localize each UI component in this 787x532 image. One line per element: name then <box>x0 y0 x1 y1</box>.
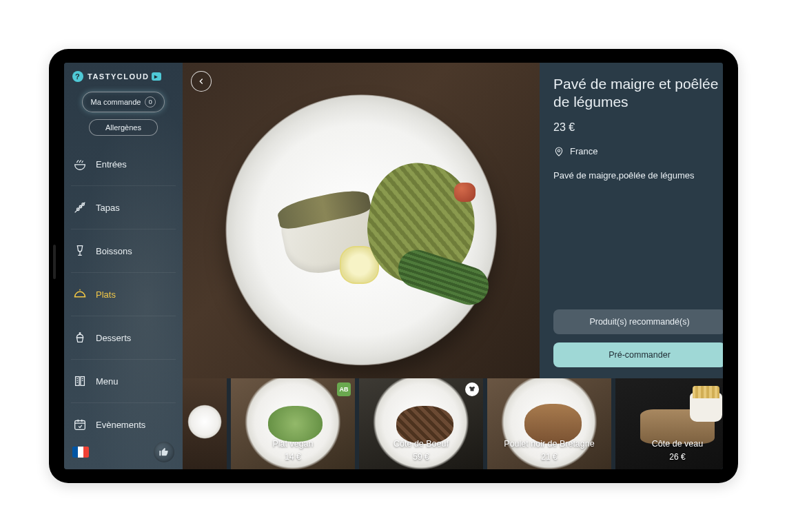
thumb-price: 14 € <box>231 451 355 462</box>
dish-origin: France <box>553 146 723 157</box>
thumb-name: Plat vegan <box>272 439 313 449</box>
detail-actions: Produit(s) recommandé(s) Pré-commander <box>553 309 723 367</box>
divider <box>71 316 176 316</box>
thumb-item-0[interactable] <box>183 378 227 469</box>
organic-badge-icon: AB <box>337 382 351 396</box>
like-button[interactable] <box>154 442 174 462</box>
nav-evenements[interactable]: Evènements <box>71 414 176 435</box>
brand-name: TASTYCLOUD <box>88 72 149 81</box>
nav-label: Entrées <box>96 159 127 170</box>
thumb-name: Poulet noir de Bretagne <box>504 439 594 449</box>
nav-entrees[interactable]: Entrées <box>71 154 176 174</box>
divider <box>71 359 176 360</box>
tablet-frame: ? TASTYCLOUD ▸ Ma commande 0 Allergènes … <box>49 49 738 483</box>
svg-point-7 <box>558 150 560 152</box>
sidebar: ? TASTYCLOUD ▸ Ma commande 0 Allergènes … <box>64 63 183 469</box>
divider <box>71 229 176 229</box>
divider <box>71 272 176 273</box>
thumb-item-1[interactable]: AB Plat vegan 14 € <box>231 378 355 469</box>
chef-badge-icon <box>465 382 479 396</box>
order-label: Ma commande <box>91 98 141 106</box>
allergens-label: Allergènes <box>105 123 141 132</box>
svg-point-3 <box>79 333 81 334</box>
language-flag-fr[interactable] <box>72 447 89 458</box>
thumb-price: 26 € <box>615 451 723 462</box>
nav-label: Desserts <box>96 333 131 343</box>
thumb-name: Côte de veau <box>652 439 703 449</box>
nav-label: Evènements <box>96 420 145 430</box>
dish-title: Pavé de maigre et poêlée de légumes <box>553 75 723 112</box>
calendar-icon <box>72 417 88 432</box>
dish-image <box>183 63 540 378</box>
dish-description: Pavé de maigre,poêlée de légumes <box>553 170 723 183</box>
nav-tapas[interactable]: Tapas <box>71 197 176 218</box>
recommended-products-button[interactable]: Produit(s) recommandé(s) <box>553 309 723 334</box>
divider <box>71 185 176 186</box>
thumb-price: 21 € <box>487 451 611 462</box>
help-icon[interactable]: ? <box>72 71 83 82</box>
divider <box>71 402 176 403</box>
main-area: Pavé de maigre et poêlée de légumes 23 €… <box>183 63 723 469</box>
app-screen: ? TASTYCLOUD ▸ Ma commande 0 Allergènes … <box>64 63 723 469</box>
thumb-item-4[interactable]: Côte de veau 26 € <box>615 378 723 469</box>
thumb-item-3[interactable]: Poulet noir de Bretagne 21 € <box>487 378 611 469</box>
order-count-badge: 0 <box>145 96 156 108</box>
preorder-button[interactable]: Pré-commander <box>553 342 723 367</box>
dish-price: 23 € <box>553 121 723 134</box>
skewer-icon <box>72 200 88 215</box>
thumb-name: Côte de Boeuf <box>394 439 449 449</box>
nav-label: Menu <box>96 376 119 387</box>
brand-row: ? TASTYCLOUD ▸ <box>71 71 176 82</box>
nav-label: Boissons <box>96 246 132 256</box>
nav-menu[interactable]: Menu <box>71 371 176 391</box>
svg-rect-4 <box>76 377 80 386</box>
hero-row: Pavé de maigre et poêlée de légumes 23 €… <box>183 63 723 378</box>
menu-book-icon <box>72 374 88 389</box>
nav-plats[interactable]: Plats <box>71 284 176 305</box>
nav-desserts[interactable]: Desserts <box>71 327 176 348</box>
dish-thumbnails[interactable]: AB Plat vegan 14 € Côte de Boeuf <box>183 378 723 469</box>
dish-detail-panel: Pavé de maigre et poêlée de légumes 23 €… <box>540 63 723 378</box>
thumb-price: 59 € <box>359 451 483 462</box>
my-order-button[interactable]: Ma commande 0 <box>82 92 165 112</box>
cupcake-icon <box>72 330 88 345</box>
svg-rect-5 <box>81 377 85 386</box>
thumb-item-2[interactable]: Côte de Boeuf 59 € <box>359 378 483 469</box>
back-button[interactable] <box>191 71 212 92</box>
allergens-button[interactable]: Allergènes <box>89 119 158 136</box>
cloche-icon <box>72 287 88 302</box>
wine-glass-icon <box>72 243 88 258</box>
nav-label: Plats <box>96 289 116 300</box>
origin-label: France <box>570 146 597 156</box>
nav-label: Tapas <box>96 203 120 213</box>
brand-badge-icon: ▸ <box>152 72 161 81</box>
nav-boissons[interactable]: Boissons <box>71 241 176 261</box>
bowl-icon <box>72 156 88 172</box>
location-pin-icon <box>553 146 564 157</box>
category-nav: Entrées Tapas Boissons <box>71 154 176 435</box>
sidebar-footer <box>71 439 176 462</box>
food-tomato <box>454 183 476 201</box>
